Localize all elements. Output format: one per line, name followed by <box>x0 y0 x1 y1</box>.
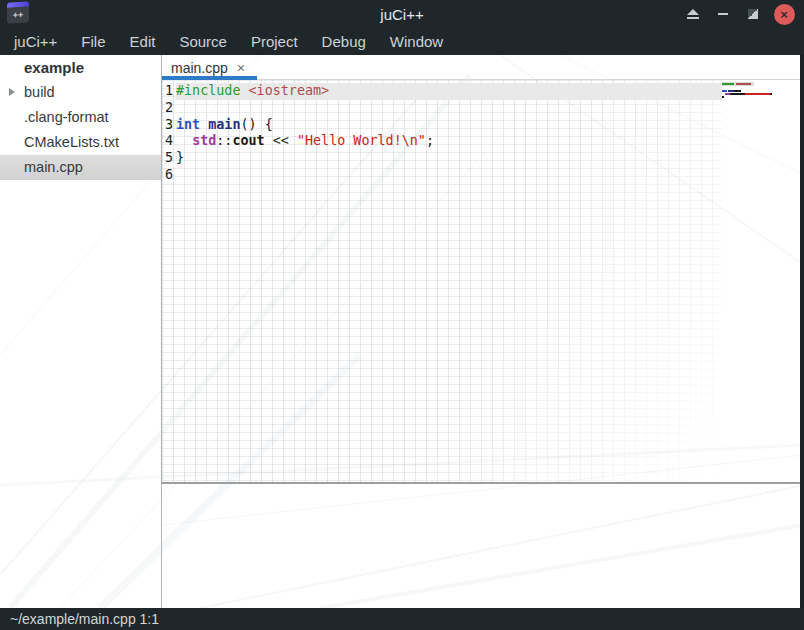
minimap-line <box>722 83 754 85</box>
status-path: ~/example/main.cpp 1:1 <box>10 611 159 627</box>
menu-window[interactable]: Window <box>378 28 455 55</box>
tree-item-build[interactable]: build <box>0 80 161 105</box>
line-number: 6 <box>162 167 173 184</box>
tree-item-label: build <box>24 84 55 100</box>
line-text <box>176 167 722 184</box>
line-text <box>176 100 722 117</box>
line-text: } <box>176 150 722 167</box>
menu-file[interactable]: File <box>69 28 117 55</box>
tree-item-label: .clang-format <box>24 109 109 125</box>
line-number: 4 <box>162 133 173 150</box>
line-number: 3 <box>162 117 173 134</box>
code-line-3[interactable]: 3int main() { <box>162 117 722 134</box>
code-line-6[interactable]: 6 <box>162 167 722 184</box>
file-tree: build.clang-formatCMakeLists.txtmain.cpp <box>0 80 161 180</box>
minimap-line <box>722 93 772 95</box>
close-icon: × <box>774 4 795 25</box>
editor-area: main.cpp × 1#include <iostream>23int mai… <box>162 55 804 608</box>
tree-item--clang-format[interactable]: .clang-format <box>0 105 161 130</box>
code-line-4[interactable]: 4 std::cout << "Hello World!\n"; <box>162 133 722 150</box>
menu-juci-[interactable]: juCi++ <box>2 28 69 55</box>
status-bar: ~/example/main.cpp 1:1 <box>0 608 804 630</box>
tab-bar: main.cpp × <box>162 55 804 80</box>
minimap-line <box>722 96 724 98</box>
juci-window: ++ juCi++ × juCi++FileEditSourceProjectD… <box>0 0 804 630</box>
menu-edit[interactable]: Edit <box>118 28 168 55</box>
line-number: 1 <box>162 83 173 100</box>
close-button[interactable]: × <box>768 0 800 28</box>
minimap[interactable] <box>722 83 800 103</box>
menu-debug[interactable]: Debug <box>310 28 378 55</box>
app-icon: ++ <box>7 3 29 24</box>
menu-bar: juCi++FileEditSourceProjectDebugWindow <box>0 28 804 55</box>
tree-item-cmakelists-txt[interactable]: CMakeLists.txt <box>0 130 161 155</box>
title-bar: ++ juCi++ × <box>0 0 804 28</box>
tree-item-main-cpp[interactable]: main.cpp <box>0 155 161 180</box>
tab-label: main.cpp <box>171 60 228 76</box>
tab-close-icon[interactable]: × <box>237 61 245 75</box>
main-content: example build.clang-formatCMakeLists.txt… <box>0 55 804 608</box>
minimap-line <box>722 90 741 92</box>
restore-icon <box>748 9 758 19</box>
window-controls: × <box>678 0 800 28</box>
eject-icon <box>687 9 699 19</box>
code-line-5[interactable]: 5} <box>162 150 722 167</box>
scrollbar-track[interactable] <box>800 55 804 608</box>
tree-item-label: main.cpp <box>24 159 83 175</box>
tree-root-example[interactable]: example <box>0 55 161 80</box>
line-number: 2 <box>162 100 173 117</box>
code-line-2[interactable]: 2 <box>162 100 722 117</box>
code-editor[interactable]: 1#include <iostream>23int main() {4 std:… <box>162 80 804 482</box>
expander-icon[interactable] <box>9 88 15 96</box>
restore-button[interactable] <box>738 0 768 28</box>
line-text: std::cout << "Hello World!\n"; <box>176 133 722 150</box>
app-icon-plusplus: ++ <box>13 11 24 21</box>
output-panel <box>162 482 804 608</box>
menu-source[interactable]: Source <box>167 28 239 55</box>
line-number: 5 <box>162 150 173 167</box>
line-text: #include <iostream> <box>176 83 722 100</box>
code-lines: 1#include <iostream>23int main() {4 std:… <box>162 83 722 184</box>
file-tree-panel: example build.clang-formatCMakeLists.txt… <box>0 55 162 608</box>
minimize-icon <box>718 13 728 15</box>
minimize-button[interactable] <box>708 0 738 28</box>
tree-item-label: CMakeLists.txt <box>24 134 119 150</box>
code-line-1[interactable]: 1#include <iostream> <box>162 83 722 100</box>
line-text: int main() { <box>176 117 722 134</box>
app-icon-top <box>7 1 29 8</box>
menu-project[interactable]: Project <box>239 28 310 55</box>
eject-button[interactable] <box>678 0 708 28</box>
tab-main-cpp[interactable]: main.cpp × <box>162 55 257 80</box>
